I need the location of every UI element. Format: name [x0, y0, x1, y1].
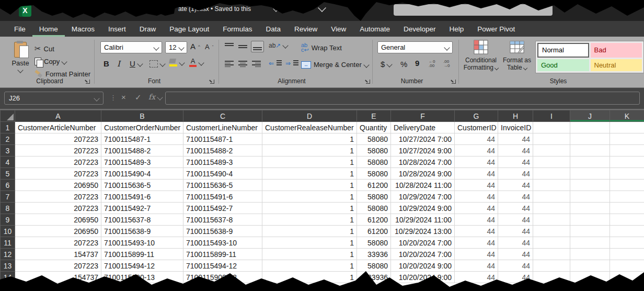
cell[interactable] — [570, 191, 610, 203]
tab-file[interactable]: File — [7, 21, 32, 37]
cell[interactable]: 58080 — [357, 191, 391, 203]
cell[interactable]: 44 — [498, 156, 533, 168]
cell[interactable]: 44 — [455, 168, 498, 180]
style-neutral[interactable]: Neutral — [591, 59, 642, 72]
cell[interactable]: 44 — [455, 249, 498, 260]
title-dropdown-chevron-icon[interactable] — [273, 6, 279, 12]
cell[interactable]: 1 — [262, 168, 357, 180]
cell[interactable]: 10/29/2024 11:00 — [391, 214, 455, 226]
cell[interactable]: 1 — [262, 214, 357, 226]
tab-macros[interactable]: Macros — [65, 21, 101, 37]
alignment-dialog-launcher-icon[interactable] — [365, 79, 371, 84]
cell[interactable] — [610, 214, 644, 226]
tab-help[interactable]: Help — [443, 21, 471, 37]
cell[interactable]: 7100115487-1 — [101, 133, 183, 145]
cell[interactable]: 58080 — [357, 145, 391, 156]
cell[interactable]: 10/29/2024 7:00 — [391, 191, 455, 203]
cell[interactable] — [610, 272, 644, 283]
cancel-button[interactable]: × — [121, 93, 126, 102]
cell[interactable]: 58080 — [357, 156, 391, 168]
cell[interactable]: 7100115488-2 — [183, 145, 262, 156]
cell[interactable] — [610, 237, 644, 249]
cell[interactable]: 10/28/2024 7:00 — [391, 156, 455, 168]
font-size-select[interactable]: 12 — [165, 41, 187, 53]
cell[interactable]: 44 — [498, 133, 533, 145]
cell[interactable]: 58080 — [357, 168, 391, 180]
cell[interactable] — [533, 191, 570, 203]
cell[interactable] — [570, 168, 610, 180]
cell[interactable]: 44 — [455, 203, 498, 214]
cell[interactable]: 44 — [498, 260, 533, 272]
row-header-12[interactable]: 12 — [1, 249, 15, 260]
column-header-E[interactable]: E — [357, 110, 391, 122]
insert-function-button[interactable]: fx — [148, 93, 155, 101]
cell[interactable] — [533, 214, 570, 226]
shrink-font-button[interactable]: Aˇ — [205, 43, 213, 51]
cell[interactable]: 207223 — [15, 191, 101, 203]
tab-draw[interactable]: Draw — [133, 21, 163, 37]
column-header-I[interactable]: I — [533, 110, 570, 122]
format-as-table-button[interactable]: Format as Table — [501, 40, 533, 71]
accounting-format-button[interactable]: $ — [381, 60, 392, 69]
orientation-button[interactable]: ab↗ — [269, 42, 288, 49]
cell[interactable]: 61200 — [357, 180, 391, 191]
column-header-A[interactable]: A — [15, 110, 101, 122]
cell[interactable] — [610, 260, 644, 272]
conditional-formatting-button[interactable]: Conditional Formatting — [463, 40, 499, 71]
column-header-G[interactable]: G — [455, 110, 498, 122]
font-color-button[interactable]: A — [189, 58, 203, 67]
cell[interactable] — [570, 272, 610, 283]
cell[interactable]: 7100115488-2 — [101, 145, 183, 156]
cell[interactable]: 1 — [262, 272, 357, 283]
cell[interactable] — [610, 191, 644, 203]
cell[interactable]: 44 — [498, 272, 533, 283]
cell[interactable]: 33936 — [357, 249, 391, 260]
cell[interactable]: 1 — [262, 260, 357, 272]
cell[interactable]: InvoiceID — [498, 122, 533, 133]
cell[interactable]: 44 — [498, 249, 533, 260]
cell[interactable]: 7100115494-12 — [101, 260, 183, 272]
cell[interactable]: 154737 — [15, 249, 101, 260]
cell[interactable]: 61200 — [357, 214, 391, 226]
cell[interactable] — [570, 237, 610, 249]
row-header-14[interactable]: 14 — [1, 272, 15, 283]
row-header-1[interactable]: 1 — [1, 122, 15, 133]
cell[interactable]: 7100115637-8 — [183, 214, 262, 226]
cell[interactable] — [610, 203, 644, 214]
style-normal[interactable]: Normal — [537, 43, 589, 58]
tab-automate[interactable]: Automate — [353, 21, 397, 37]
format-painter-button[interactable]: Format Painter — [34, 70, 90, 78]
cell[interactable] — [570, 226, 610, 237]
number-format-select[interactable]: General — [377, 41, 453, 53]
cell[interactable]: 7100115899-11 — [101, 249, 183, 260]
cell[interactable]: 1 — [262, 180, 357, 191]
cell[interactable] — [570, 249, 610, 260]
increase-decimal-button[interactable]: ←0.00 — [429, 60, 435, 68]
cell[interactable]: 7100115900-13 — [101, 272, 183, 283]
cell[interactable] — [533, 156, 570, 168]
column-header-C[interactable]: C — [183, 110, 262, 122]
enter-button[interactable]: ✓ — [135, 93, 142, 102]
cell[interactable]: CustomerOrderNumber — [101, 122, 183, 133]
row-header-6[interactable]: 6 — [1, 180, 15, 191]
cell[interactable] — [570, 214, 610, 226]
cell[interactable]: 206950 — [15, 226, 101, 237]
cell[interactable]: 7100115493-10 — [183, 237, 262, 249]
cell[interactable]: 44 — [455, 226, 498, 237]
tab-data[interactable]: Data — [259, 21, 288, 37]
cell[interactable]: 207223 — [15, 133, 101, 145]
decrease-decimal-button[interactable]: .00→0 — [443, 60, 450, 68]
cell[interactable] — [570, 133, 610, 145]
tab-home[interactable]: Home — [32, 21, 65, 37]
cell[interactable]: 10/20/2024 9:00 — [391, 272, 455, 283]
cell[interactable]: CustomerID — [455, 122, 498, 133]
cell[interactable]: 207223 — [15, 203, 101, 214]
cell[interactable]: 7100115494-12 — [183, 260, 262, 272]
cell[interactable] — [570, 145, 610, 156]
row-header-8[interactable]: 8 — [1, 203, 15, 214]
row-header-7[interactable]: 7 — [1, 191, 15, 203]
cell[interactable]: 44 — [498, 237, 533, 249]
center-button[interactable] — [238, 61, 247, 67]
column-header-H[interactable]: H — [498, 110, 533, 122]
cell[interactable]: 1 — [262, 237, 357, 249]
